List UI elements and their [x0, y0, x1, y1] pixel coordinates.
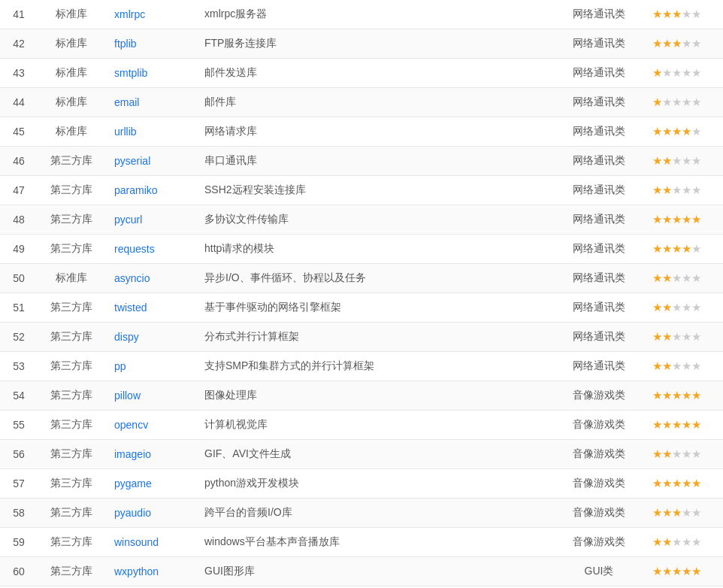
row-num: 58 [0, 499, 38, 528]
star-filled: ★ [652, 37, 662, 50]
row-lib-name: email [105, 88, 195, 117]
table-row: 42 标准库 ftplib FTP服务连接库 网络通讯类 ★★★★★ [0, 29, 723, 59]
star-empty: ★ [691, 447, 701, 460]
star-empty: ★ [691, 183, 701, 196]
row-category: 网络通讯类 [558, 352, 640, 381]
row-category: 网络通讯类 [558, 176, 640, 205]
row-stars: ★★★★★ [640, 29, 723, 59]
star-filled: ★ [682, 125, 691, 138]
star-empty: ★ [682, 271, 691, 284]
row-type: 第三方库 [38, 176, 105, 205]
table-row: 45 标准库 urllib 网络请求库 网络通讯类 ★★★★★ [0, 117, 723, 147]
row-category: 网络通讯类 [558, 0, 640, 29]
table-row: 50 标准库 asyncio 异步I/O、事件循环、协程以及任务 网络通讯类 ★… [0, 264, 723, 293]
table-row: 47 第三方库 paramiko SSH2远程安装连接库 网络通讯类 ★★★★★ [0, 176, 723, 205]
row-stars: ★★★★★ [640, 176, 723, 205]
row-desc: 基于事件驱动的网络引擎框架 [195, 293, 558, 323]
row-desc: xmlrpc服务器 [195, 0, 558, 29]
row-category: 音像游戏类 [558, 528, 640, 557]
star-filled: ★ [662, 154, 672, 167]
row-type: 第三方库 [38, 440, 105, 469]
row-desc: 跨平台的音频I/O库 [195, 499, 558, 528]
row-type: 第三方库 [38, 499, 105, 528]
row-num: 48 [0, 205, 38, 235]
star-filled: ★ [682, 242, 691, 255]
star-filled: ★ [672, 565, 682, 577]
star-empty: ★ [672, 301, 682, 314]
row-num: 54 [0, 381, 38, 411]
row-category: 网络通讯类 [558, 117, 640, 147]
star-filled: ★ [662, 213, 672, 226]
star-empty: ★ [682, 535, 691, 548]
star-empty: ★ [662, 95, 672, 108]
row-category: 网络通讯类 [558, 88, 640, 117]
row-lib-name: requests [105, 235, 195, 264]
star-filled: ★ [672, 37, 682, 50]
star-filled: ★ [652, 418, 662, 431]
row-type: 标准库 [38, 29, 105, 59]
table-row: 51 第三方库 twisted 基于事件驱动的网络引擎框架 网络通讯类 ★★★★… [0, 293, 723, 323]
row-num: 52 [0, 323, 38, 352]
star-filled: ★ [662, 183, 672, 196]
star-empty: ★ [682, 447, 691, 460]
row-type: 标准库 [38, 117, 105, 147]
row-type: 第三方库 [38, 147, 105, 176]
row-category: 音像游戏类 [558, 440, 640, 469]
star-filled: ★ [682, 213, 691, 226]
row-lib-name: pygame [105, 469, 195, 499]
row-category: 网络通讯类 [558, 264, 640, 293]
star-empty: ★ [672, 359, 682, 372]
star-filled: ★ [652, 330, 662, 343]
row-desc: 异步I/O、事件循环、协程以及任务 [195, 264, 558, 293]
row-num: 45 [0, 117, 38, 147]
row-num: 46 [0, 147, 38, 176]
star-filled: ★ [662, 477, 672, 489]
star-filled: ★ [672, 477, 682, 489]
row-num: 59 [0, 528, 38, 557]
row-lib-name: winsound [105, 528, 195, 557]
row-type: 第三方库 [38, 557, 105, 586]
table-row: 46 第三方库 pyserial 串口通讯库 网络通讯类 ★★★★★ [0, 147, 723, 176]
row-type: 第三方库 [38, 381, 105, 411]
row-desc: GUI图形库 [195, 557, 558, 586]
row-lib-name: pycurl [105, 205, 195, 235]
table-row: 58 第三方库 pyaudio 跨平台的音频I/O库 音像游戏类 ★★★★★ [0, 499, 723, 528]
row-desc: python游戏开发模块 [195, 469, 558, 499]
star-filled: ★ [662, 125, 672, 138]
table-row: 52 第三方库 dispy 分布式并行计算框架 网络通讯类 ★★★★★ [0, 323, 723, 352]
star-empty: ★ [672, 271, 682, 284]
star-empty: ★ [682, 66, 691, 79]
star-empty: ★ [672, 66, 682, 79]
row-stars: ★★★★★ [640, 352, 723, 381]
row-num: 56 [0, 440, 38, 469]
star-empty: ★ [682, 8, 691, 20]
row-desc: SSH2远程安装连接库 [195, 176, 558, 205]
table-row: 41 标准库 xmlrpc xmlrpc服务器 网络通讯类 ★★★★★ [0, 0, 723, 29]
row-num: 53 [0, 352, 38, 381]
row-stars: ★★★★★ [640, 117, 723, 147]
row-stars: ★★★★★ [640, 147, 723, 176]
row-category: 网络通讯类 [558, 29, 640, 59]
row-stars: ★★★★★ [640, 0, 723, 29]
star-empty: ★ [672, 330, 682, 343]
star-filled: ★ [672, 506, 682, 519]
row-lib-name: twisted [105, 293, 195, 323]
star-filled: ★ [652, 8, 662, 20]
row-stars: ★★★★★ [640, 440, 723, 469]
row-lib-name: urllib [105, 117, 195, 147]
star-filled: ★ [652, 183, 662, 196]
star-empty: ★ [682, 301, 691, 314]
row-category: 网络通讯类 [558, 59, 640, 88]
row-desc: 支持SMP和集群方式的并行计算框架 [195, 352, 558, 381]
row-category: 网络通讯类 [558, 293, 640, 323]
star-empty: ★ [672, 447, 682, 460]
row-num: 41 [0, 0, 38, 29]
row-desc: 邮件库 [195, 88, 558, 117]
row-desc: 邮件发送库 [195, 59, 558, 88]
row-category: 音像游戏类 [558, 499, 640, 528]
star-empty: ★ [691, 506, 701, 519]
row-type: 第三方库 [38, 352, 105, 381]
row-type: 第三方库 [38, 411, 105, 440]
star-filled: ★ [662, 389, 672, 402]
table-row: 60 第三方库 wxpython GUI图形库 GUI类 ★★★★★ [0, 557, 723, 586]
